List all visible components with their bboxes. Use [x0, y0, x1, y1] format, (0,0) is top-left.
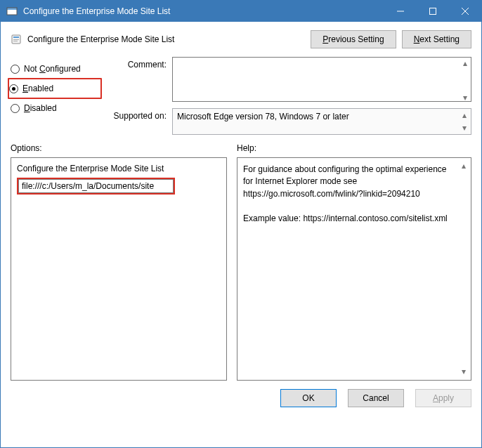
radio-not-configured[interactable]: Not Configured	[11, 60, 102, 78]
ok-button[interactable]: OK	[280, 389, 337, 407]
footer: OK Cancel Apply	[1, 381, 481, 416]
radio-disabled-input[interactable]	[11, 104, 20, 113]
help-text-2: Example value: https://internal.contoso.…	[243, 213, 457, 225]
comment-textarea[interactable]	[172, 57, 471, 102]
scroll-up-icon: ▴	[459, 160, 469, 172]
enabled-highlight: Enabled	[8, 78, 102, 99]
scroll-up-icon: ▴	[460, 58, 470, 68]
radio-not-configured-input[interactable]	[11, 65, 20, 74]
help-text-1: For guidance about configuring the optim…	[243, 164, 457, 200]
minimize-button[interactable]	[384, 1, 417, 22]
header-title: Configure the Enterprise Mode Site List	[27, 34, 311, 44]
next-setting-button[interactable]: Next Setting	[402, 30, 471, 48]
close-button[interactable]	[449, 1, 481, 22]
help-section-label: Help:	[237, 143, 256, 153]
radio-enabled[interactable]: Enabled	[9, 79, 98, 98]
comment-label: Comment:	[102, 57, 172, 70]
svg-rect-8	[13, 37, 19, 38]
scroll-up-icon: ▴	[460, 110, 469, 120]
comment-scroll[interactable]: ▴▾	[460, 58, 470, 103]
supported-scroll[interactable]: ▴▾	[460, 110, 469, 133]
titlebar: Configure the Enterprise Mode Site List	[1, 1, 481, 22]
radio-disabled-label: Disabled	[24, 103, 57, 113]
scroll-down-icon: ▾	[460, 93, 470, 103]
supported-on-value: Microsoft Edge version 78, Windows 7 or …	[177, 112, 349, 121]
options-pane: Configure the Enterprise Mode Site List	[11, 157, 227, 381]
help-scroll[interactable]: ▴▾	[459, 160, 469, 378]
scroll-down-icon: ▾	[460, 123, 469, 133]
header-row: Configure the Enterprise Mode Site List …	[1, 22, 481, 55]
svg-rect-4	[430, 8, 436, 15]
site-list-path-input[interactable]	[18, 179, 174, 193]
window-title: Configure the Enterprise Mode Site List	[23, 6, 384, 16]
help-pane: For guidance about configuring the optim…	[237, 157, 471, 381]
svg-rect-9	[13, 39, 19, 40]
radio-not-configured-label: Not Configured	[24, 64, 81, 74]
option-field-highlight	[17, 178, 175, 195]
option-field-label: Configure the Enterprise Mode Site List	[17, 164, 221, 173]
state-radio-group: Not Configured Enabled Disabled	[11, 57, 102, 135]
radio-enabled-label: Enabled	[22, 84, 53, 93]
cancel-button[interactable]: Cancel	[348, 389, 404, 407]
previous-setting-button[interactable]: Previous Setting	[311, 30, 396, 48]
supported-on-box: Microsoft Edge version 78, Windows 7 or …	[172, 108, 471, 135]
radio-disabled[interactable]: Disabled	[11, 99, 102, 117]
apply-button: Apply	[415, 389, 471, 407]
radio-enabled-input[interactable]	[9, 84, 18, 93]
svg-rect-10	[13, 41, 18, 41]
scroll-down-icon: ▾	[459, 366, 469, 378]
policy-icon	[11, 34, 22, 45]
options-section-label: Options:	[11, 143, 237, 153]
window-icon	[6, 6, 18, 17]
maximize-button[interactable]	[417, 1, 449, 22]
supported-on-label: Supported on:	[102, 108, 172, 121]
